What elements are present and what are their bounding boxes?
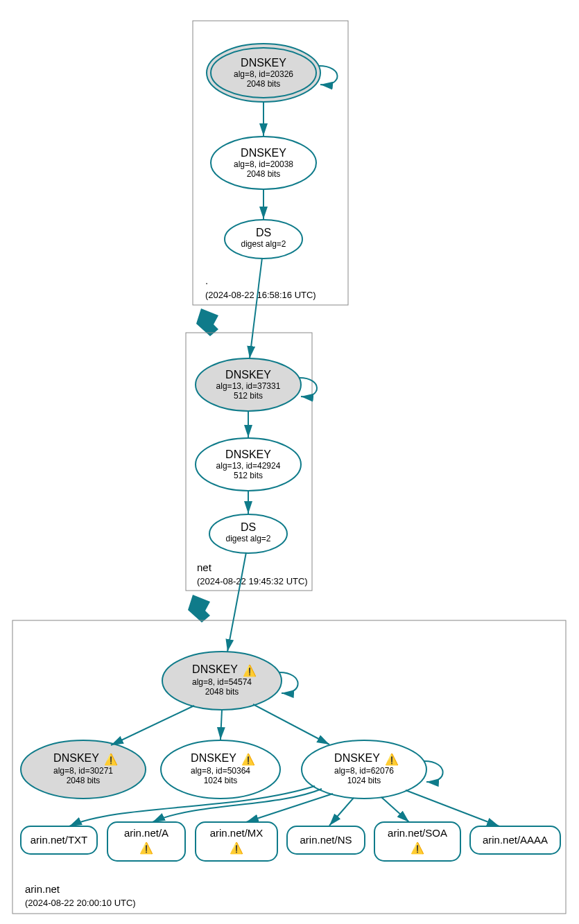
edge-net-ds-arin-ksk [227, 552, 246, 652]
svg-text:2048 bits: 2048 bits [205, 687, 239, 697]
svg-text:alg=8, id=20038: alg=8, id=20038 [234, 159, 293, 169]
dnssec-graph: . (2024-08-22 16:58:16 UTC) DNSKEY alg=8… [7, 7, 572, 918]
edge-k4-aaaa [406, 790, 499, 826]
edge-arin-ksk-k4 [253, 704, 329, 744]
node-root-ksk: DNSKEY alg=8, id=20326 2048 bits [207, 44, 320, 102]
zone-ts-root: (2024-08-22 16:58:16 UTC) [205, 290, 316, 300]
svg-text:DNSKEY: DNSKEY [191, 752, 236, 764]
rrset-ns: arin.net/NS [287, 826, 365, 854]
edge-root-ds-net-ksk [250, 258, 262, 358]
zone-ts-arin: (2024-08-22 20:00:10 UTC) [25, 898, 136, 908]
svg-text:arin.net/AAAA: arin.net/AAAA [483, 834, 548, 846]
node-root-zsk: DNSKEY alg=8, id=20038 2048 bits [211, 137, 316, 189]
edge-arin-ksk-k2 [111, 706, 194, 745]
svg-text:DNSKEY: DNSKEY [192, 663, 238, 675]
delegation-arrow-net-arin [188, 595, 210, 622]
svg-text:arin.net/TXT: arin.net/TXT [31, 834, 88, 846]
rrset-txt: arin.net/TXT [21, 826, 97, 854]
svg-text:DS: DS [256, 227, 271, 238]
node-net-zsk: DNSKEY alg=13, id=42924 512 bits [196, 438, 301, 491]
warn-icon: ⚠️ [243, 664, 257, 677]
self-loop-arin-ksk [279, 672, 298, 693]
svg-text:DS: DS [241, 521, 256, 533]
warn-icon: ⚠️ [411, 842, 424, 855]
svg-text:512 bits: 512 bits [234, 471, 263, 480]
svg-text:arin.net/NS: arin.net/NS [300, 834, 352, 846]
svg-text:DNSKEY: DNSKEY [225, 448, 271, 460]
rrset-a: arin.net/A ⚠️ [107, 822, 185, 861]
svg-text:alg=8, id=50364: alg=8, id=50364 [191, 766, 250, 776]
svg-text:alg=8, id=62076: alg=8, id=62076 [334, 766, 394, 776]
warn-icon: ⚠️ [241, 753, 255, 766]
delegation-arrow-root-net [196, 308, 218, 336]
svg-text:DNSKEY: DNSKEY [241, 147, 286, 159]
node-arin-k3: DNSKEY ⚠️ alg=8, id=50364 1024 bits [161, 740, 280, 799]
rrset-aaaa: arin.net/AAAA [470, 826, 560, 854]
edge-k4-ns [329, 798, 354, 826]
rrset-mx: arin.net/MX ⚠️ [196, 822, 277, 861]
rrset-soa: arin.net/SOA ⚠️ [374, 822, 460, 861]
svg-text:arin.net/MX: arin.net/MX [210, 827, 263, 839]
self-loop-root-ksk [319, 66, 338, 85]
zone-label-root: . [205, 274, 208, 286]
zone-label-arin: arin.net [25, 883, 60, 895]
svg-text:DNSKEY: DNSKEY [225, 369, 271, 381]
svg-text:DNSKEY: DNSKEY [334, 752, 380, 764]
zone-label-net: net [197, 561, 212, 573]
svg-text:alg=8, id=54574: alg=8, id=54574 [192, 677, 252, 687]
node-root-ds: DS digest alg=2 [225, 220, 302, 259]
node-net-ds: DS digest alg=2 [209, 514, 287, 553]
zone-ts-net: (2024-08-22 19:45:32 UTC) [197, 576, 308, 586]
svg-text:digest alg=2: digest alg=2 [241, 239, 286, 249]
svg-text:2048 bits: 2048 bits [247, 169, 281, 179]
node-net-ksk: DNSKEY alg=13, id=37331 512 bits [196, 358, 301, 411]
svg-text:2048 bits: 2048 bits [67, 776, 101, 785]
svg-text:1024 bits: 1024 bits [347, 776, 381, 785]
self-loop-arin-k4 [424, 761, 443, 782]
warn-icon: ⚠️ [139, 842, 153, 855]
svg-text:digest alg=2: digest alg=2 [225, 534, 270, 543]
node-arin-ksk: DNSKEY ⚠️ alg=8, id=54574 2048 bits [162, 652, 282, 710]
svg-text:alg=8, id=20326: alg=8, id=20326 [234, 69, 293, 79]
node-arin-k2: DNSKEY ⚠️ alg=8, id=30271 2048 bits [21, 740, 146, 799]
edge-k4-soa [381, 797, 409, 822]
svg-text:DNSKEY: DNSKEY [241, 57, 286, 69]
svg-text:alg=13, id=37331: alg=13, id=37331 [216, 381, 281, 391]
warn-icon: ⚠️ [230, 842, 243, 855]
warn-icon: ⚠️ [385, 753, 399, 766]
svg-text:arin.net/SOA: arin.net/SOA [388, 827, 447, 839]
svg-text:DNSKEY: DNSKEY [53, 752, 99, 764]
svg-text:arin.net/A: arin.net/A [124, 827, 168, 839]
svg-text:1024 bits: 1024 bits [204, 776, 238, 785]
svg-text:2048 bits: 2048 bits [247, 79, 281, 89]
self-loop-net-ksk [300, 378, 317, 396]
edge-arin-ksk-k3 [221, 710, 222, 740]
svg-text:alg=8, id=30271: alg=8, id=30271 [53, 766, 113, 776]
svg-text:512 bits: 512 bits [234, 391, 263, 401]
warn-icon: ⚠️ [104, 753, 118, 766]
svg-text:alg=13, id=42924: alg=13, id=42924 [216, 461, 281, 471]
